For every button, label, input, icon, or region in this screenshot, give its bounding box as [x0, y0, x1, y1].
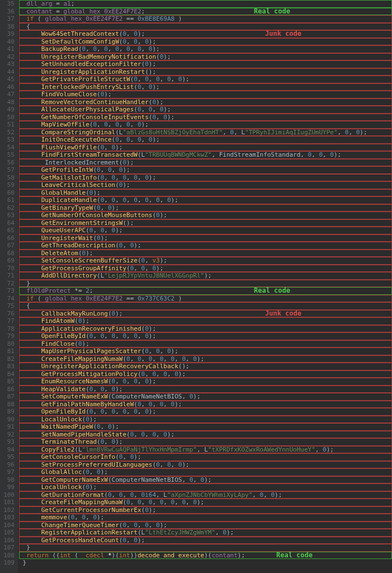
code-line[interactable]: GetConsoleCursorInfo(0, 0);: [19, 453, 392, 461]
code-line[interactable]: DeleteAtom(0);: [19, 250, 392, 257]
code-line[interactable]: UnregisterApplicationRecoveryCallback();: [19, 363, 392, 370]
line-number: 85: [2, 378, 15, 386]
code-line[interactable]: GlobalHandle(0);: [19, 189, 392, 197]
code-line[interactable]: CompareStringOrdinal(L"aBlzGs8uHtNSBZjOy…: [19, 129, 392, 137]
code-line[interactable]: HeapValidate(0, 0, 0);: [19, 386, 392, 393]
code-line[interactable]: BackupRead(0, 0, 0, 0, 0, 0, 0);: [19, 45, 392, 53]
code-line[interactable]: GetProfileIntW(0, 0, 0);: [19, 166, 392, 174]
code-line[interactable]: SetComputerNameExW(ComputerNameNetBIOS, …: [19, 393, 392, 401]
line-number: 55: [2, 151, 15, 159]
line-number: 41: [2, 45, 15, 53]
code-line[interactable]: LeaveCriticalSection(0);: [19, 181, 392, 189]
code-line[interactable]: RemoveVectoredContinueHandler(0);: [19, 98, 392, 106]
code-line[interactable]: }: [19, 559, 392, 567]
code-line[interactable]: FindAtomW(0);: [19, 317, 392, 325]
code-line[interactable]: GetThreadDescription(0, 0);: [19, 242, 392, 250]
code-line[interactable]: SetConsoleScreenBufferSize(0, v3);: [19, 257, 392, 265]
code-line[interactable]: if ( global_hex_0xEE24F7E2 == 0xBE8E69A8…: [19, 15, 392, 23]
code-line[interactable]: CallbackMayRunLong(0);Junk code: [19, 310, 392, 318]
code-line[interactable]: GetComputerNameExW(ComputerNameNetBIOS, …: [19, 476, 392, 484]
line-number: 73: [2, 287, 15, 295]
code-line[interactable]: if ( global_hex_0xEE24F7E2 == 0x737C63C2…: [19, 295, 392, 303]
code-line[interactable]: GetProcessMitigationPolicy(0, 0, 0, 0);: [19, 370, 392, 378]
code-line[interactable]: OpenFileById(0, 0, 0, 0, 0, 0);: [19, 408, 392, 416]
code-line[interactable]: SetNamedPipeHandleState(0, 0, 0, 0);: [19, 431, 392, 439]
code-line[interactable]: }: [19, 280, 392, 288]
code-line[interactable]: GetFinalPathNameByHandleW(0, 0, 0, 0);: [19, 401, 392, 408]
line-number: 40: [2, 38, 15, 46]
code-line[interactable]: GetMailslotInfo(0, 0, 0, 0, 0);: [19, 174, 392, 182]
line-number: 104: [2, 522, 15, 529]
code-line[interactable]: GlobalAlloc(0, 0);: [19, 468, 392, 476]
code-line[interactable]: CopyFile2(L"lmnBVRwCuAQPaNjTlYhxHnMpmIrm…: [19, 446, 392, 454]
line-number: 36: [2, 8, 15, 16]
code-line[interactable]: GetProcessHandleCount(0, 0);: [19, 537, 392, 544]
code-line[interactable]: SetProcessPreferredUILanguages(0, 0, 0);: [19, 461, 392, 469]
code-line[interactable]: GetPrivateProfileStructW(0, 0, 0, 0, 0);: [19, 76, 392, 83]
code-line[interactable]: InitOnceExecuteOnce(0, 0, 0, 0);: [19, 136, 392, 144]
line-number: 99: [2, 483, 15, 491]
line-number: 107: [2, 544, 15, 552]
line-number: 44: [2, 68, 15, 76]
code-line[interactable]: _InterlockedIncrement(0);: [19, 159, 392, 167]
code-line[interactable]: TerminateThread(0, 0);: [19, 438, 392, 446]
code-line[interactable]: FindFirstStreamTransactedW(L"TRBUUqBWNDg…: [19, 151, 392, 159]
code-line[interactable]: FindClose(0);: [19, 340, 392, 348]
code-line[interactable]: MapViewOfFile(0, 0, 0, 0, 0);: [19, 121, 392, 129]
code-line[interactable]: AddDllDirectory(L"LejpRJYpVntuJBNUelXGGn…: [19, 272, 392, 280]
code-line[interactable]: }: [19, 544, 392, 552]
real-code-label: Real code: [254, 8, 290, 16]
code-line[interactable]: FindVolumeClose(0);: [19, 91, 392, 98]
line-number: 95: [2, 453, 15, 461]
code-line[interactable]: contant = global_hex_0xEE24F7E2;Real cod…: [19, 8, 392, 16]
code-line[interactable]: UnregisterBadMemoryNotification(0);: [19, 53, 392, 61]
line-number: 97: [2, 468, 15, 476]
line-number: 79: [2, 332, 15, 340]
code-line[interactable]: DuplicateHandle(0, 0, 0, 0, 0, 0, 0);: [19, 196, 392, 204]
code-line[interactable]: GetDurationFormat(0, 0, 0, 0i64, L"aXpnZ…: [19, 491, 392, 499]
code-area[interactable]: dll_arg = a1; contant = global_hex_0xEE2…: [18, 0, 392, 573]
code-line[interactable]: LocalUnlock(0);: [19, 483, 392, 491]
code-line[interactable]: ChangeTimerQueueTimer(0, 0, 0, 0);: [19, 522, 392, 529]
line-number: 81: [2, 347, 15, 355]
code-line[interactable]: GetProcessGroupAffinity(0, 0, 0);: [19, 265, 392, 273]
code-line[interactable]: QueueUserAPC(0, 0, 0);: [19, 227, 392, 234]
code-line[interactable]: memmove(0, 0, 0);: [19, 514, 392, 522]
code-line[interactable]: GetBinaryTypeW(0, 0);: [19, 204, 392, 212]
code-line[interactable]: GetNumberOfConsoleInputEvents(0, 0);: [19, 114, 392, 121]
line-number: 86: [2, 386, 15, 393]
code-line[interactable]: UnregisterApplicationRestart();: [19, 68, 392, 76]
code-line[interactable]: CreateFileMappingNumaW(0, 0, 0, 0, 0, 0,…: [19, 499, 392, 506]
code-line[interactable]: GetCurrentProcessorNumberEx(0);: [19, 506, 392, 514]
line-number: 35: [2, 0, 15, 8]
line-number: 51: [2, 121, 15, 129]
line-number: 53: [2, 136, 15, 144]
code-editor: 3536373839404142434445464748495051525354…: [0, 0, 392, 573]
code-line[interactable]: dll_arg = a1;: [19, 0, 392, 8]
code-line[interactable]: InterlockedPushEntrySList(0, 0);: [19, 83, 392, 91]
code-line[interactable]: CreateFileMappingNumaW(0, 0, 0, 0, 0, 0,…: [19, 355, 392, 363]
line-number: 93: [2, 438, 15, 446]
code-line[interactable]: WaitNamedPipeW(0, 0);: [19, 423, 392, 431]
code-line[interactable]: SetUnhandledExceptionFilter(0);: [19, 60, 392, 68]
code-line[interactable]: Wow64SetThreadContext(0, 0);Junk code: [19, 30, 392, 38]
code-line[interactable]: {: [19, 302, 392, 310]
code-line[interactable]: UnregisterWait(0);: [19, 234, 392, 242]
line-number: 48: [2, 98, 15, 106]
code-line[interactable]: GetEnvironmentStringsW();: [19, 219, 392, 227]
code-line[interactable]: OpenFileById(0, 0, 0, 0, 0, 0);: [19, 332, 392, 340]
line-number: 76: [2, 310, 15, 318]
code-line[interactable]: {: [19, 23, 392, 31]
code-line[interactable]: MapUserPhysicalPagesScatter(0, 0, 0);: [19, 347, 392, 355]
code-line[interactable]: flOldProtect *= 2;Real code: [19, 287, 392, 295]
code-line[interactable]: LocalUnlock(0);: [19, 416, 392, 424]
code-line[interactable]: EnumResourceNamesW(0, 0, 0, 0);: [19, 378, 392, 386]
code-line[interactable]: AllocateUserPhysicalPages(0, 0, 0);: [19, 106, 392, 114]
code-line[interactable]: return ((int (__cdecl *)(int))decode_and…: [19, 552, 392, 560]
code-line[interactable]: FlushViewOfFile(0, 0);: [19, 144, 392, 152]
code-line[interactable]: GetNumberOfConsoleMouseButtons(0);: [19, 212, 392, 219]
code-line[interactable]: ApplicationRecoveryFinished(0);: [19, 325, 392, 333]
code-line[interactable]: SetDefaultCommConfigW(0, 0, 0);: [19, 38, 392, 46]
code-line[interactable]: RegisterApplicationRestart(L"LthEtZcyJHW…: [19, 529, 392, 537]
line-number: 77: [2, 317, 15, 325]
